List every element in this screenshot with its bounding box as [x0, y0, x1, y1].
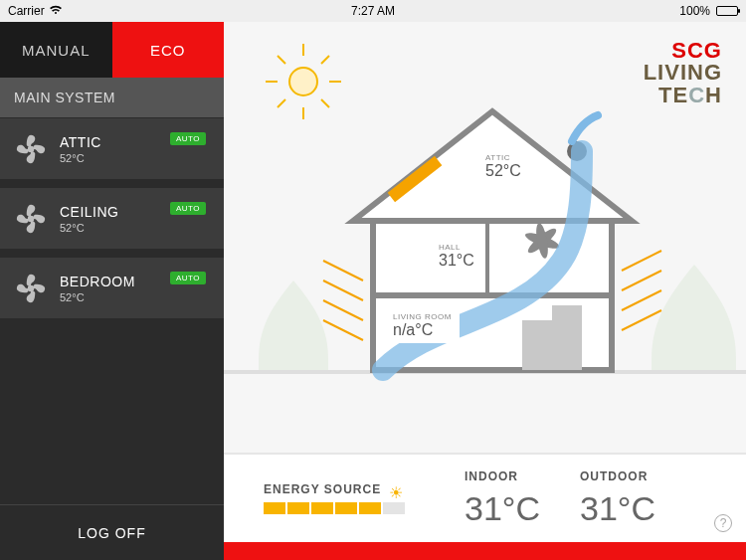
- sidebar-item-attic[interactable]: ATTIC 52°C AUTO: [0, 117, 224, 179]
- help-button[interactable]: ?: [714, 514, 732, 532]
- sidebar-item-temp: 52°C: [60, 152, 101, 164]
- auto-badge: AUTO: [170, 202, 206, 215]
- sidebar: MANUAL ECO MAIN SYSTEM ATTIC 52°C AUTO C…: [0, 22, 224, 560]
- sidebar-item-label: BEDROOM: [60, 274, 135, 289]
- stats-bar: ENERGY SOURCE ☀ INDOOR 31°C OUTDOOR 31°C…: [224, 453, 746, 542]
- svg-point-3: [289, 68, 317, 95]
- energy-segment: [359, 502, 381, 514]
- auto-badge: AUTO: [170, 272, 206, 284]
- svg-line-10: [278, 99, 285, 107]
- sidebar-item-temp: 52°C: [60, 291, 135, 303]
- svg-point-2: [28, 284, 35, 291]
- house-illustration: [224, 22, 746, 450]
- svg-point-1: [28, 215, 35, 222]
- sidebar-section-header: MAIN SYSTEM: [0, 78, 224, 117]
- energy-segment: [264, 502, 285, 514]
- svg-line-26: [323, 320, 363, 340]
- fan-icon: [12, 130, 50, 168]
- svg-line-9: [321, 56, 329, 64]
- sidebar-item-label: CEILING: [60, 204, 119, 220]
- sidebar-item-temp: 52°C: [60, 222, 119, 234]
- svg-line-23: [323, 261, 363, 280]
- indoor-value: 31°C: [465, 489, 540, 528]
- svg-point-0: [28, 145, 35, 152]
- house-diagram: SCG LIVING TECH: [224, 22, 746, 453]
- svg-line-27: [622, 251, 661, 271]
- wifi-icon: [49, 4, 63, 18]
- battery-icon: [716, 6, 738, 16]
- tab-eco[interactable]: ECO: [112, 22, 225, 78]
- fan-icon: [12, 200, 50, 238]
- sidebar-item-bedroom[interactable]: BEDROOM 52°C AUTO: [0, 257, 224, 318]
- sidebar-item-label: ATTIC: [60, 134, 101, 150]
- svg-line-30: [622, 310, 661, 330]
- indoor-label: INDOOR: [465, 469, 540, 483]
- energy-source-meter: [264, 502, 405, 514]
- svg-line-28: [622, 271, 661, 290]
- svg-line-24: [323, 280, 363, 300]
- help-icon: ?: [720, 516, 727, 530]
- outdoor-value: 31°C: [580, 489, 655, 528]
- svg-line-25: [323, 300, 363, 320]
- footer-accent-bar: [224, 542, 746, 560]
- auto-badge: AUTO: [170, 132, 206, 145]
- energy-segment: [335, 502, 357, 514]
- sun-icon: ☀: [389, 483, 403, 502]
- energy-segment: [287, 502, 309, 514]
- log-off-button[interactable]: LOG OFF: [0, 504, 224, 560]
- device-status-bar: Carrier 7:27 AM 100%: [0, 0, 746, 22]
- energy-segment: [383, 502, 405, 514]
- sidebar-item-ceiling[interactable]: CEILING 52°C AUTO: [0, 187, 224, 249]
- svg-line-8: [278, 56, 285, 64]
- carrier-label: Carrier: [8, 4, 45, 18]
- energy-segment: [311, 502, 333, 514]
- energy-source-label: ENERGY SOURCE: [264, 482, 381, 496]
- fan-icon: [12, 270, 50, 307]
- outdoor-label: OUTDOOR: [580, 469, 655, 483]
- status-time: 7:27 AM: [351, 4, 395, 18]
- main-area: SCG LIVING TECH: [224, 22, 746, 560]
- tab-manual[interactable]: MANUAL: [0, 22, 112, 78]
- svg-line-11: [321, 99, 329, 107]
- battery-percent: 100%: [679, 4, 710, 18]
- svg-line-29: [622, 290, 661, 310]
